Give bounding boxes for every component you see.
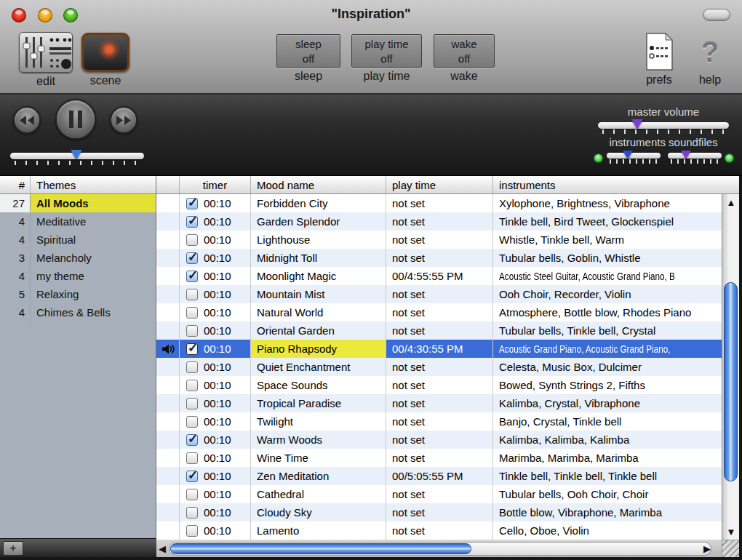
mood-row[interactable]: 00:10Space Soundsnot setBowed, Synth Str… [156,376,722,394]
mood-checkbox[interactable] [186,198,198,209]
scene-button[interactable]: scene [81,33,129,87]
mood-row[interactable]: 00:10Mountain Mistnot setOoh Choir, Reco… [156,285,722,303]
pause-button[interactable] [55,99,96,140]
mood-row[interactable]: 00:10Oriental Gardennot setTubular bells… [156,321,722,340]
mood-row[interactable]: 00:10Cloudy Skynot setBottle blow, Vibra… [156,503,722,521]
mood-name-cell[interactable]: Forbidden City [251,194,386,212]
mood-name-cell[interactable]: Lighthouse [251,231,386,249]
horizontal-scroll-thumb[interactable] [170,543,471,554]
mood-checkbox[interactable] [186,289,198,300]
mood-name-cell[interactable]: Piano Rhapsody [251,340,386,358]
horizontal-scroll-track[interactable] [169,542,711,556]
mood-name-cell[interactable]: Warm Woods [251,431,386,449]
vertical-scrollbar[interactable]: ▲ ▼ [722,194,739,540]
playtime-off-button[interactable]: play time off [351,34,422,68]
help-button[interactable]: ? help [691,32,729,87]
mood-row[interactable]: 00:10Midnight Tollnot setTubular bells, … [156,249,722,267]
mood-row[interactable]: 00:10Twilightnot setBanjo, Crystal, Tink… [156,412,722,431]
mood-name-cell[interactable]: Cloudy Sky [251,503,386,521]
mood-row[interactable]: 00:10Cathedralnot setTubular bells, Ooh … [156,485,722,503]
mood-checkbox[interactable] [186,452,198,464]
mood-checkbox[interactable] [186,398,198,409]
timer-column-header[interactable]: timer [180,176,251,193]
mood-name-cell[interactable]: Garden Splendor [251,212,386,231]
mood-name-cell[interactable]: Space Sounds [251,376,386,394]
theme-row[interactable]: 5Relaxing [0,285,156,303]
mood-name-cell[interactable]: Oriental Garden [251,321,386,340]
mood-row[interactable]: 00:10Lighthousenot setWhistle, Tinkle be… [156,231,722,249]
mood-name-cell[interactable]: Wine Time [251,449,386,467]
mood-name-cell[interactable]: Midnight Toll [251,249,386,267]
master-volume-thumb[interactable] [631,119,643,129]
scroll-down-arrow-icon[interactable]: ▼ [722,524,740,540]
mood-name-cell[interactable]: Tropical Paradise [251,394,386,412]
mood-row[interactable]: 00:10Wine Timenot setMarimba, Marimba, M… [156,449,722,467]
themes-column-header[interactable]: Themes [31,176,156,193]
mood-row[interactable]: 00:10Forbidden Citynot setXylophone, Bri… [156,194,722,212]
count-column-header[interactable]: # [0,176,31,193]
rewind-button[interactable] [13,106,41,134]
mood-row[interactable]: 00:10Tropical Paradisenot setKalimba, Cr… [156,394,722,412]
theme-row[interactable]: 4Chimes & Bells [0,303,156,321]
theme-row[interactable]: 27All Moods [0,194,156,212]
instruments-volume-thumb[interactable] [623,151,633,159]
instruments-column-header[interactable]: instruments [493,176,739,193]
mood-checkbox[interactable] [186,343,198,355]
mood-checkbox[interactable] [186,361,198,373]
mood-checkbox[interactable] [186,216,198,228]
mood-name-cell[interactable]: Cathedral [251,485,386,503]
wake-off-button[interactable]: wake off [434,34,495,68]
mood-checkbox[interactable] [186,271,198,282]
scroll-left-arrow-icon[interactable]: ◀ [156,542,168,556]
edit-button[interactable]: edit [19,32,73,88]
mood-name-cell[interactable]: Quiet Enchantment [251,358,386,376]
mood-row[interactable]: 00:10Natural Worldnot setAtmosphere, Bot… [156,303,722,321]
master-volume-slider[interactable] [598,122,729,129]
mood-checkbox[interactable] [186,307,198,319]
mood-checkbox[interactable] [186,416,198,428]
collapse-widget-icon[interactable] [703,9,730,21]
soundfiles-volume-slider[interactable] [668,153,722,159]
prefs-button[interactable]: prefs [642,32,677,87]
mood-checkbox[interactable] [186,489,198,500]
mood-checkbox[interactable] [186,525,198,537]
scroll-up-arrow-icon[interactable]: ▲ [722,194,740,210]
theme-row[interactable]: 4Spiritual [0,231,156,249]
mood-checkbox[interactable] [186,507,198,519]
mood-row[interactable]: 00:10Piano Rhapsody00/4:30:55 PMAcoustic… [156,340,722,358]
theme-row[interactable]: 4my theme [0,267,156,285]
mood-row[interactable]: 00:10Moonlight Magic00/4:55:55 PMAcousti… [156,267,722,285]
mood-name-cell[interactable]: Lamento [251,521,386,540]
mood-row[interactable]: 00:10Garden Splendornot setTinkle bell, … [156,212,722,231]
mood-name-cell[interactable]: Moonlight Magic [251,267,386,285]
mood-checkbox[interactable] [186,471,198,482]
mood-name-cell[interactable]: Natural World [251,303,386,321]
theme-row[interactable]: 3Melancholy [0,249,156,267]
mood-name-cell[interactable]: Zen Meditation [251,467,386,485]
mood-checkbox[interactable] [186,434,198,446]
horizontal-scrollbar[interactable]: ◀ ▶ [156,540,722,559]
speaker-column-header[interactable] [156,176,180,193]
fast-forward-button[interactable] [110,106,137,134]
theme-row[interactable]: 4Meditative [0,212,156,231]
mood-name-cell[interactable]: Twilight [251,412,386,431]
sleep-off-button[interactable]: sleep off [276,34,340,68]
play-time-column-header[interactable]: play time [386,176,493,193]
add-theme-button[interactable]: + [3,541,23,556]
mood-name-column-header[interactable]: Mood name [251,176,386,193]
mood-checkbox[interactable] [186,325,198,337]
mood-name-cell[interactable]: Mountain Mist [251,285,386,303]
instruments-volume-slider[interactable] [607,153,661,159]
mood-row[interactable]: 00:10Zen Meditation00/5:05:55 PMTinkle b… [156,467,722,485]
mood-row[interactable]: 00:10Warm Woodsnot setKalimba, Kalimba, … [156,431,722,449]
mood-checkbox[interactable] [186,380,198,391]
soundfiles-volume-thumb[interactable] [681,151,691,159]
resize-grip[interactable] [722,540,739,559]
mood-checkbox[interactable] [186,252,198,264]
mood-row[interactable]: 00:10Quiet Enchantmentnot setCelesta, Mu… [156,358,722,376]
mood-row[interactable]: 00:10Lamentonot setCello, Oboe, Violin [156,521,722,540]
mood-checkbox[interactable] [186,234,198,246]
vertical-scroll-thumb[interactable] [724,282,738,481]
scroll-right-arrow-icon[interactable]: ▶ [701,542,713,556]
note-pacing-thumb[interactable] [71,150,82,159]
